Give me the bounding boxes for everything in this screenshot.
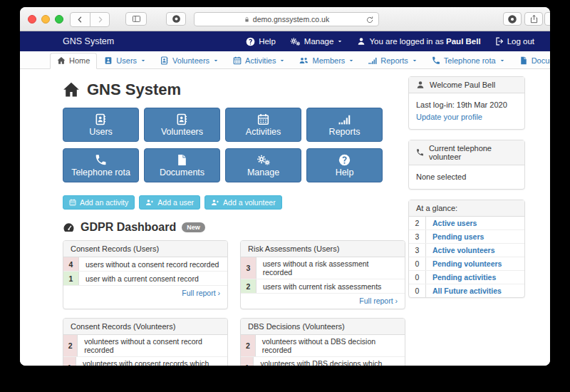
sidebar-toggle-button[interactable]: [125, 12, 147, 26]
tab-members[interactable]: Members: [292, 53, 361, 69]
zoom-window-button[interactable]: [55, 15, 63, 24]
tab-home[interactable]: Home: [50, 53, 97, 69]
glance-count: 0: [409, 284, 426, 297]
desktop-background: demo.gnssystem.co.uk GNS System Help Man…: [0, 0, 570, 392]
show-tabs-button[interactable]: [544, 12, 550, 26]
telephone-volunteer-value: None selected: [416, 172, 466, 181]
main-column: GNS System Users Volunteers Activities: [63, 81, 398, 366]
chevron-down-icon: [412, 58, 418, 63]
tab-users[interactable]: Users: [97, 53, 153, 69]
app-header: GNS System Help Manage You are logged in…: [20, 31, 550, 51]
tab-label: Members: [312, 56, 345, 65]
pending-volunteers-link[interactable]: Pending volunteers: [426, 257, 508, 270]
manage-menu[interactable]: Manage: [290, 37, 343, 46]
gdpr-title-text: GDPR Dashboard: [81, 221, 176, 234]
welcome-title: Welcome Paul Bell: [430, 81, 495, 89]
chevron-right-icon: [96, 16, 104, 24]
tile-telephone-rota[interactable]: Telephone rota: [63, 148, 139, 182]
share-button[interactable]: [524, 12, 543, 26]
logged-in-text: You are logged in as Paul Bell: [369, 37, 480, 46]
card-row: 2 volunteers without a consent record re…: [63, 335, 227, 357]
browser-window: demo.gnssystem.co.uk GNS System Help Man…: [20, 7, 550, 366]
new-badge: New: [182, 222, 205, 232]
update-profile-link[interactable]: Update your profile: [416, 113, 482, 121]
minimize-window-button[interactable]: [41, 15, 50, 24]
back-button[interactable]: [71, 13, 90, 26]
document-icon: [176, 154, 188, 166]
close-window-button[interactable]: [28, 15, 36, 24]
tile-volunteers[interactable]: Volunteers: [144, 108, 220, 142]
card-title: Risk Assessments (Users): [241, 241, 405, 257]
glance-count: 3: [409, 230, 426, 243]
active-volunteers-link[interactable]: Active volunteers: [426, 244, 502, 257]
tab-label: Activities: [245, 56, 276, 65]
add-volunteer-button[interactable]: Add a volunteer: [204, 195, 282, 210]
glance-row: 3 Pending users: [409, 230, 524, 244]
active-users-link[interactable]: Active users: [426, 217, 483, 229]
all-future-activities-link[interactable]: All Future activities: [426, 284, 508, 297]
pending-users-link[interactable]: Pending users: [426, 230, 490, 243]
card-title: Consent Records (Users): [63, 241, 227, 257]
full-report-link[interactable]: Full report ›: [182, 289, 220, 297]
glance-count: 2: [409, 217, 426, 229]
calendar-icon: [69, 199, 76, 206]
logout-button[interactable]: Log out: [495, 37, 534, 46]
tile-reports[interactable]: Reports: [306, 108, 383, 142]
tile-label: Manage: [247, 167, 279, 177]
url-text: demo.gnssystem.co.uk: [253, 15, 329, 24]
tab-activities[interactable]: Activities: [226, 53, 292, 69]
last-login-text: Last log-in: 19th Mar 2020: [416, 99, 517, 111]
tile-documents[interactable]: Documents: [144, 148, 220, 182]
count-cell: 3: [241, 257, 256, 279]
card-consent-records-users: Consent Records (Users) 4 users without …: [63, 240, 228, 309]
privacy-button[interactable]: [503, 12, 522, 26]
help-label: Help: [259, 37, 276, 46]
glance-title: At a glance:: [416, 204, 457, 212]
tile-activities[interactable]: Activities: [225, 108, 301, 142]
forward-button[interactable]: [90, 13, 109, 26]
tab-telephone-rota[interactable]: Telephone rota: [425, 53, 512, 69]
help-menu[interactable]: Help: [246, 37, 276, 46]
extension-button[interactable]: [166, 12, 186, 26]
card-row: 4 users without a consent record recorde…: [63, 257, 227, 272]
card-row: 3 users without a risk assessment record…: [241, 257, 405, 279]
tile-help[interactable]: Help: [306, 148, 383, 182]
card-row: 1 user with a current consent record: [63, 272, 227, 286]
tab-documents[interactable]: Documents: [512, 53, 550, 69]
tile-manage[interactable]: Manage: [225, 148, 301, 182]
tile-users[interactable]: Users: [63, 108, 139, 142]
chevron-left-icon: [76, 16, 84, 24]
tab-reports[interactable]: Reports: [361, 53, 425, 69]
page-content: GNS System Users Volunteers Activities: [20, 69, 550, 366]
address-bar[interactable]: demo.gnssystem.co.uk: [194, 12, 379, 26]
card-title: DBS Decisions (Volunteers): [241, 319, 405, 335]
pending-activities-link[interactable]: Pending activities: [426, 271, 502, 284]
gears-icon: [290, 37, 301, 46]
row-text: users without a consent record recorded: [79, 257, 225, 271]
welcome-panel: Welcome Paul Bell Last log-in: 19th Mar …: [408, 76, 525, 130]
add-activity-button[interactable]: Add an activity: [63, 195, 135, 210]
home-icon: [63, 81, 80, 98]
question-circle-icon: [338, 154, 351, 166]
full-report-link[interactable]: Full report ›: [359, 296, 398, 305]
card-consent-records-volunteers: Consent Records (Volunteers) 2 volunteer…: [63, 318, 228, 366]
glance-row: 2 Active users: [409, 217, 524, 230]
refresh-button[interactable]: [366, 15, 374, 24]
document-icon: [519, 56, 528, 65]
gdpr-cards: Consent Records (Users) 4 users without …: [63, 240, 398, 366]
gdpr-dashboard-heading: GDPR Dashboard New: [63, 221, 398, 234]
gauge-icon: [63, 222, 75, 234]
button-label: Add a user: [157, 198, 194, 207]
sidebar: Welcome Paul Bell Last log-in: 19th Mar …: [408, 76, 525, 308]
tab-label: Volunteers: [172, 56, 209, 65]
tile-label: Help: [336, 167, 354, 177]
calendar-icon: [257, 113, 269, 125]
tab-volunteers[interactable]: Volunteers: [153, 53, 226, 69]
card-row: 1 volunteers with DBS decisions which ha…: [241, 357, 405, 366]
chevron-down-icon: [213, 58, 219, 63]
glance-row: 0 All Future activities: [409, 284, 524, 297]
add-user-button[interactable]: Add a user: [139, 195, 200, 210]
chevron-down-icon: [499, 58, 505, 63]
logged-in-user[interactable]: You are logged in as Paul Bell: [357, 37, 480, 46]
glance-count: 3: [409, 244, 426, 257]
